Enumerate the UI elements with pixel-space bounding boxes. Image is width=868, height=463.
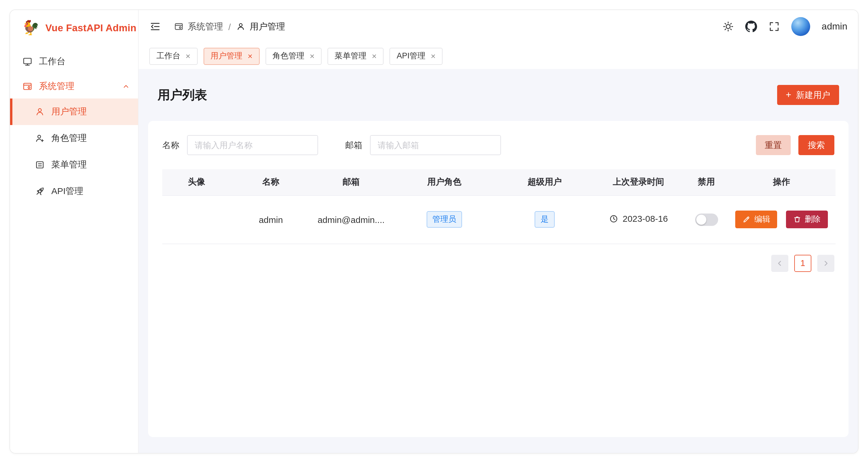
tab-label: 用户管理	[210, 51, 242, 61]
page-title: 用户列表	[158, 87, 207, 103]
trash-icon	[793, 215, 801, 224]
filter-actions: 重置 搜索	[756, 135, 834, 155]
breadcrumb-label: 用户管理	[250, 21, 285, 32]
user-icon	[35, 107, 45, 117]
table-row: admin admin@admin.... 管理员 是	[162, 195, 836, 243]
app-logo[interactable]: 🐓 Vue FastAPI Admin	[10, 10, 138, 45]
reset-button[interactable]: 重置	[756, 135, 791, 155]
app-title: Vue FastAPI Admin	[45, 22, 136, 33]
tab-workbench[interactable]: 工作台 ×	[149, 47, 197, 65]
disabled-cell	[685, 195, 727, 243]
tab-label: 工作台	[156, 51, 180, 61]
sidebar-item-label: 工作台	[39, 56, 65, 67]
email-filter-label: 邮箱	[345, 139, 362, 151]
name-filter-input[interactable]	[187, 135, 318, 155]
tab-menu-management[interactable]: 菜单管理 ×	[328, 47, 383, 65]
sidebar-item-role-management[interactable]: 角色管理	[10, 125, 138, 152]
page-content: 用户列表 + 新建用户 名称 邮箱 重置	[139, 69, 858, 453]
disabled-toggle[interactable]	[695, 213, 718, 226]
role-icon	[35, 133, 45, 143]
column-header-avatar: 头像	[162, 169, 231, 195]
sidebar-item-workbench[interactable]: 工作台	[10, 49, 138, 74]
column-header-actions: 操作	[727, 169, 836, 195]
sidebar-item-user-management[interactable]: 用户管理	[10, 99, 138, 125]
pencil-icon	[743, 215, 751, 224]
fullscreen-icon[interactable]	[769, 21, 780, 32]
tab-bar: 工作台 × 用户管理 × 角色管理 × 菜单管理 × API管理 ×	[139, 43, 858, 69]
sidebar-item-menu-management[interactable]: 菜单管理	[10, 152, 138, 178]
breadcrumb-item-user[interactable]: 用户管理	[236, 21, 285, 32]
username[interactable]: admin	[822, 21, 847, 32]
email-filter-input[interactable]	[370, 135, 501, 155]
chevron-left-icon	[776, 259, 784, 267]
sidebar-item-label: API管理	[51, 186, 83, 197]
workbench-icon	[23, 56, 32, 66]
pagination-page-1[interactable]: 1	[794, 255, 811, 272]
sidebar-item-label: 用户管理	[51, 106, 87, 118]
api-icon	[35, 187, 45, 196]
column-header-email: 邮箱	[311, 169, 391, 195]
column-header-disabled: 禁用	[685, 169, 727, 195]
column-header-role: 用户角色	[391, 169, 497, 195]
main-area: 系统管理 / 用户管理	[139, 10, 858, 453]
github-icon[interactable]	[746, 21, 757, 32]
last-login-cell: 2023-08-16	[592, 195, 685, 243]
breadcrumb-label: 系统管理	[188, 21, 223, 32]
superuser-tag: 是	[535, 211, 555, 228]
filter-bar: 名称 邮箱 重置 搜索	[162, 135, 834, 155]
breadcrumb: 系统管理 / 用户管理	[174, 21, 285, 32]
user-icon	[236, 22, 245, 31]
sidebar-item-system-management[interactable]: 系统管理	[10, 74, 138, 99]
tab-label: 角色管理	[273, 51, 305, 61]
sidebar-menu: 工作台 系统管理	[10, 45, 138, 205]
pagination: 1	[162, 255, 834, 272]
last-login-text: 2023-08-16	[623, 214, 668, 224]
plus-icon: +	[786, 90, 791, 100]
topbar: 系统管理 / 用户管理	[139, 10, 858, 43]
system-icon	[174, 22, 184, 31]
role-cell: 管理员	[391, 195, 497, 243]
pagination-prev-button[interactable]	[771, 255, 788, 272]
topbar-actions: admin	[722, 17, 847, 36]
actions-cell: 编辑 删除	[727, 195, 836, 243]
table-header: 头像 名称 邮箱 用户角色 超级用户 上次登录时间 禁用 操作	[162, 169, 836, 195]
email-cell: admin@admin....	[311, 195, 391, 243]
tab-close-icon[interactable]: ×	[431, 52, 435, 60]
tab-role-management[interactable]: 角色管理 ×	[266, 47, 321, 65]
new-user-button[interactable]: + 新建用户	[777, 85, 839, 105]
system-icon	[23, 81, 32, 91]
role-tag: 管理员	[427, 211, 462, 228]
tab-api-management[interactable]: API管理 ×	[390, 47, 443, 65]
delete-button[interactable]: 删除	[786, 210, 828, 228]
page-header: 用户列表 + 新建用户	[148, 78, 848, 111]
name-cell: admin	[231, 195, 311, 243]
menu-icon	[35, 160, 45, 170]
pagination-next-button[interactable]	[817, 255, 834, 272]
screen: 🐓 Vue FastAPI Admin 工作台	[0, 0, 868, 463]
tab-close-icon[interactable]: ×	[248, 52, 252, 60]
tab-close-icon[interactable]: ×	[372, 52, 376, 60]
search-button[interactable]: 搜索	[798, 135, 834, 155]
tab-user-management[interactable]: 用户管理 ×	[203, 47, 259, 65]
tab-close-icon[interactable]: ×	[310, 52, 314, 60]
column-header-last-login: 上次登录时间	[592, 169, 685, 195]
new-user-button-label: 新建用户	[796, 89, 830, 101]
column-header-name: 名称	[231, 169, 311, 195]
collapse-sidebar-icon[interactable]	[149, 21, 161, 32]
sidebar-item-api-management[interactable]: API管理	[10, 178, 138, 205]
name-filter-label: 名称	[162, 139, 179, 151]
column-header-superuser: 超级用户	[497, 169, 592, 195]
edit-button[interactable]: 编辑	[736, 210, 777, 228]
user-avatar[interactable]	[792, 17, 810, 36]
breadcrumb-item-system[interactable]: 系统管理	[174, 21, 223, 32]
sidebar-item-label: 菜单管理	[51, 159, 87, 170]
tab-close-icon[interactable]: ×	[186, 52, 190, 60]
sidebar-item-label: 系统管理	[39, 80, 74, 92]
theme-sun-icon[interactable]	[722, 21, 734, 32]
rooster-logo-icon: 🐓	[22, 21, 39, 35]
sidebar: 🐓 Vue FastAPI Admin 工作台	[10, 10, 139, 453]
sidebar-item-label: 角色管理	[51, 133, 87, 144]
tab-label: 菜单管理	[335, 51, 366, 61]
tab-label: API管理	[397, 51, 426, 61]
edit-button-label: 编辑	[754, 214, 770, 225]
